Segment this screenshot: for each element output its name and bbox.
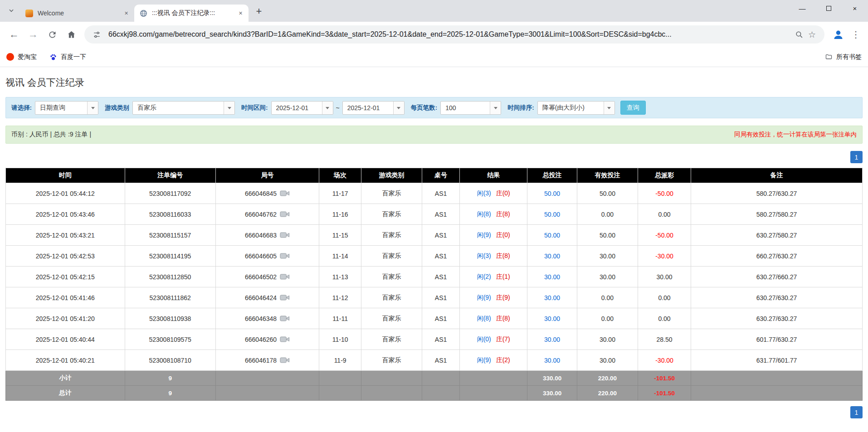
- page-content: 视讯 会员下注纪录 请选择: 日期查询 游戏类别 百家乐 时间区间: 2025-…: [0, 67, 868, 418]
- video-replay-icon[interactable]: [280, 190, 290, 197]
- zoom-icon[interactable]: [795, 30, 804, 39]
- total-bet-link[interactable]: 30.00: [544, 273, 560, 281]
- chevron-down-icon: [604, 102, 614, 114]
- total-count: 9: [125, 386, 215, 401]
- total-bet-link[interactable]: 30.00: [544, 252, 560, 260]
- total-bet-link[interactable]: 30.00: [544, 336, 560, 343]
- total-bet-link[interactable]: 30.00: [544, 294, 560, 301]
- game-type-value: 百家乐: [133, 102, 224, 114]
- total-bet-link[interactable]: 50.00: [544, 232, 560, 239]
- close-window-button[interactable]: ×: [842, 0, 868, 16]
- date-end-input[interactable]: 2025-12-01: [342, 101, 405, 115]
- profile-button[interactable]: [830, 26, 846, 43]
- bet-time: 2025-12-01 05:43:21: [6, 225, 125, 246]
- table-number: AS1: [422, 267, 460, 287]
- bet-time: 2025-12-01 05:43:46: [6, 204, 125, 225]
- tab-bet-records[interactable]: :::视讯 会员下注纪录::: ×: [134, 5, 249, 22]
- total-total-bet: 330.00: [527, 386, 577, 401]
- bet-id: 523008117092: [125, 183, 215, 204]
- bookmark-star-icon[interactable]: ☆: [808, 29, 816, 40]
- game-category: 百家乐: [361, 350, 422, 371]
- sort-select[interactable]: 降幂(由大到小): [537, 101, 615, 115]
- game-category: 百家乐: [361, 287, 422, 308]
- game-type-select[interactable]: 百家乐: [132, 101, 235, 115]
- round-number: 666046762: [245, 211, 277, 218]
- total-bet-link[interactable]: 30.00: [544, 315, 560, 322]
- forward-button[interactable]: →: [24, 26, 42, 43]
- close-icon[interactable]: ×: [122, 9, 131, 18]
- game-category: 百家乐: [361, 329, 422, 350]
- valid-bet: 0.00: [577, 287, 638, 308]
- payout: 30.00: [638, 267, 691, 287]
- date-start-value: 2025-12-01: [272, 102, 322, 114]
- bookmark-aitaobao[interactable]: 爱淘宝: [6, 53, 37, 61]
- per-page-label: 每页笔数:: [411, 104, 438, 112]
- chevron-down-icon: [393, 102, 404, 114]
- reload-button[interactable]: [44, 26, 61, 43]
- query-type-select[interactable]: 日期查询: [35, 101, 98, 115]
- bet-table-body: 2025-12-01 05:44:12 523008117092 6660468…: [6, 183, 863, 371]
- video-replay-icon[interactable]: [280, 232, 290, 238]
- date-start-input[interactable]: 2025-12-01: [271, 101, 333, 115]
- all-bookmarks-button[interactable]: 所有书签: [825, 53, 862, 61]
- chevron-down-icon: [87, 102, 98, 114]
- note: 630.27/580.27: [691, 225, 863, 246]
- banker-result: 庄(7): [496, 335, 510, 343]
- video-replay-icon[interactable]: [280, 211, 290, 218]
- column-header: 时间: [6, 168, 125, 183]
- bookmark-baidu[interactable]: 百度一下: [49, 53, 86, 61]
- tab-welcome[interactable]: Welcome ×: [20, 5, 134, 22]
- game-category: 百家乐: [361, 267, 422, 287]
- total-valid-bet: 220.00: [577, 386, 638, 401]
- result-cell: 闲(3) 庄(8): [460, 246, 527, 267]
- per-page-select[interactable]: 100: [440, 101, 501, 115]
- bet-time: 2025-12-01 05:41:20: [6, 308, 125, 329]
- back-button[interactable]: ←: [5, 26, 23, 43]
- total-bet-link[interactable]: 30.00: [544, 357, 560, 364]
- site-info-icon[interactable]: [93, 31, 101, 39]
- game-category: 百家乐: [361, 246, 422, 267]
- player-result: 闲(9): [477, 294, 491, 301]
- total-bet-cell: 50.00: [527, 225, 577, 246]
- session-number: 11-12: [319, 287, 361, 308]
- date-range-label: 时间区间:: [241, 104, 268, 112]
- close-icon[interactable]: ×: [236, 9, 245, 18]
- home-button[interactable]: [63, 26, 80, 43]
- column-header: 游戏类别: [361, 168, 422, 183]
- player-result: 闲(3): [477, 252, 491, 259]
- total-bet-link[interactable]: 50.00: [544, 211, 560, 218]
- video-replay-icon[interactable]: [280, 336, 290, 343]
- banker-result: 庄(8): [496, 315, 510, 322]
- all-bookmarks-label: 所有书签: [836, 53, 862, 61]
- baidu-paw-icon: [49, 53, 57, 61]
- search-button[interactable]: 查询: [620, 101, 646, 115]
- filter-bar: 请选择: 日期查询 游戏类别 百家乐 时间区间: 2025-12-01 ~ 20…: [5, 97, 863, 118]
- video-replay-icon[interactable]: [280, 294, 290, 301]
- tab-title: :::视讯 会员下注纪录:::: [152, 9, 234, 17]
- page-1-button[interactable]: 1: [850, 151, 863, 163]
- column-header: 备注: [691, 168, 863, 183]
- table-row: 2025-12-01 05:40:44 523008109575 6660462…: [6, 329, 863, 350]
- tab-search-button[interactable]: [5, 5, 18, 18]
- total-bet-cell: 30.00: [527, 350, 577, 371]
- total-bet-cell: 50.00: [527, 204, 577, 225]
- pagination-top: 1: [5, 151, 863, 163]
- url-text[interactable]: 66cxkj98.com/game/betrecord_search/kind3…: [108, 30, 787, 39]
- video-replay-icon[interactable]: [280, 315, 290, 322]
- new-tab-button[interactable]: +: [252, 5, 266, 18]
- note: 631.77/601.77: [691, 350, 863, 371]
- banker-result: 庄(9): [496, 294, 510, 301]
- video-replay-icon[interactable]: [280, 273, 290, 280]
- browser-menu-button[interactable]: ⋮: [848, 26, 863, 43]
- video-replay-icon[interactable]: [280, 252, 290, 259]
- column-header: 结果: [460, 168, 527, 183]
- page-1-button[interactable]: 1: [850, 406, 863, 418]
- total-bet-link[interactable]: 50.00: [544, 190, 560, 197]
- date-end-value: 2025-12-01: [343, 102, 393, 114]
- minimize-button[interactable]: —: [789, 0, 815, 16]
- maximize-button[interactable]: [815, 0, 842, 16]
- session-number: 11-13: [319, 267, 361, 287]
- game-type-label: 游戏类别: [105, 104, 129, 112]
- video-replay-icon[interactable]: [280, 357, 290, 364]
- note: 580.27/580.27: [691, 204, 863, 225]
